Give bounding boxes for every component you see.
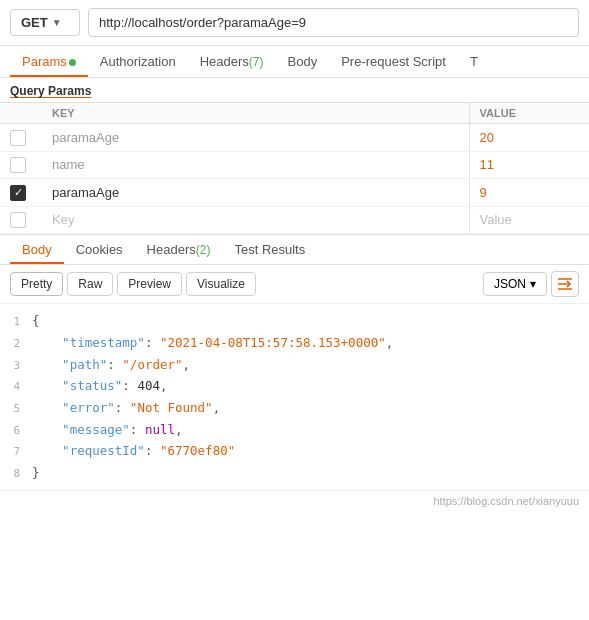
row1-checkbox-cell bbox=[0, 124, 42, 152]
tab-tests[interactable]: T bbox=[458, 46, 490, 77]
top-tabs: Params Authorization Headers(7) Body Pre… bbox=[0, 46, 589, 78]
checkbox-col-header bbox=[0, 103, 42, 124]
format-btn-pretty[interactable]: Pretty bbox=[10, 272, 63, 296]
json-line-3: 3 "path": "/order", bbox=[0, 354, 589, 376]
method-chevron: ▼ bbox=[52, 17, 62, 28]
table-row: name 11 bbox=[0, 151, 589, 179]
row4-value[interactable]: Value bbox=[469, 206, 589, 234]
table-row: paramaAge 20 bbox=[0, 124, 589, 152]
row3-checkbox-cell bbox=[0, 179, 42, 207]
tab-authorization[interactable]: Authorization bbox=[88, 46, 188, 77]
table-row: Key Value bbox=[0, 206, 589, 234]
row2-checkbox[interactable] bbox=[10, 157, 26, 173]
row4-checkbox[interactable] bbox=[10, 212, 26, 228]
row3-key[interactable]: paramaAge bbox=[42, 179, 469, 207]
format-btn-visualize[interactable]: Visualize bbox=[186, 272, 256, 296]
url-input[interactable] bbox=[88, 8, 579, 37]
watermark: https://blog.csdn.net/xianyuuu bbox=[0, 490, 589, 511]
json-line-1: 1 { bbox=[0, 310, 589, 332]
body-tab-body[interactable]: Body bbox=[10, 235, 64, 264]
json-line-8: 8 } bbox=[0, 462, 589, 484]
format-btn-raw[interactable]: Raw bbox=[67, 272, 113, 296]
body-tabs: Body Cookies Headers(2) Test Results bbox=[0, 234, 589, 265]
params-table: KEY VALUE paramaAge 20 name 11 paramaAge bbox=[0, 102, 589, 234]
json-line-6: 6 "message": null, bbox=[0, 419, 589, 441]
json-line-4: 4 "status": 404, bbox=[0, 375, 589, 397]
row2-value[interactable]: 11 bbox=[469, 151, 589, 179]
tab-headers[interactable]: Headers(7) bbox=[188, 46, 276, 77]
params-dot bbox=[69, 59, 76, 66]
value-col-header: VALUE bbox=[469, 103, 589, 124]
body-tab-cookies[interactable]: Cookies bbox=[64, 235, 135, 264]
tab-prerequest[interactable]: Pre-request Script bbox=[329, 46, 458, 77]
key-col-header: KEY bbox=[42, 103, 469, 124]
row2-checkbox-cell bbox=[0, 151, 42, 179]
tab-body[interactable]: Body bbox=[276, 46, 330, 77]
json-line-5: 5 "error": "Not Found", bbox=[0, 397, 589, 419]
wrap-button[interactable] bbox=[551, 271, 579, 297]
query-params-label: Query Params bbox=[0, 78, 589, 102]
row1-value[interactable]: 20 bbox=[469, 124, 589, 152]
json-format-selector[interactable]: JSON ▾ bbox=[483, 272, 547, 296]
url-bar: GET ▼ bbox=[0, 0, 589, 46]
response-toolbar: Pretty Raw Preview Visualize JSON ▾ bbox=[0, 265, 589, 304]
json-line-7: 7 "requestId": "6770ef80" bbox=[0, 440, 589, 462]
format-btn-preview[interactable]: Preview bbox=[117, 272, 182, 296]
row1-checkbox[interactable] bbox=[10, 130, 26, 146]
table-row: paramaAge 9 bbox=[0, 179, 589, 207]
body-tab-testresults[interactable]: Test Results bbox=[222, 235, 317, 264]
tab-params[interactable]: Params bbox=[10, 46, 88, 77]
row4-key[interactable]: Key bbox=[42, 206, 469, 234]
method-selector[interactable]: GET ▼ bbox=[10, 9, 80, 36]
json-line-2: 2 "timestamp": "2021-04-08T15:57:58.153+… bbox=[0, 332, 589, 354]
body-tab-headers[interactable]: Headers(2) bbox=[135, 235, 223, 264]
row3-value[interactable]: 9 bbox=[469, 179, 589, 207]
row3-checkbox[interactable] bbox=[10, 185, 26, 201]
row4-checkbox-cell bbox=[0, 206, 42, 234]
json-content: 1 { 2 "timestamp": "2021-04-08T15:57:58.… bbox=[0, 304, 589, 490]
row1-key[interactable]: paramaAge bbox=[42, 124, 469, 152]
row2-key[interactable]: name bbox=[42, 151, 469, 179]
method-label: GET bbox=[21, 15, 48, 30]
